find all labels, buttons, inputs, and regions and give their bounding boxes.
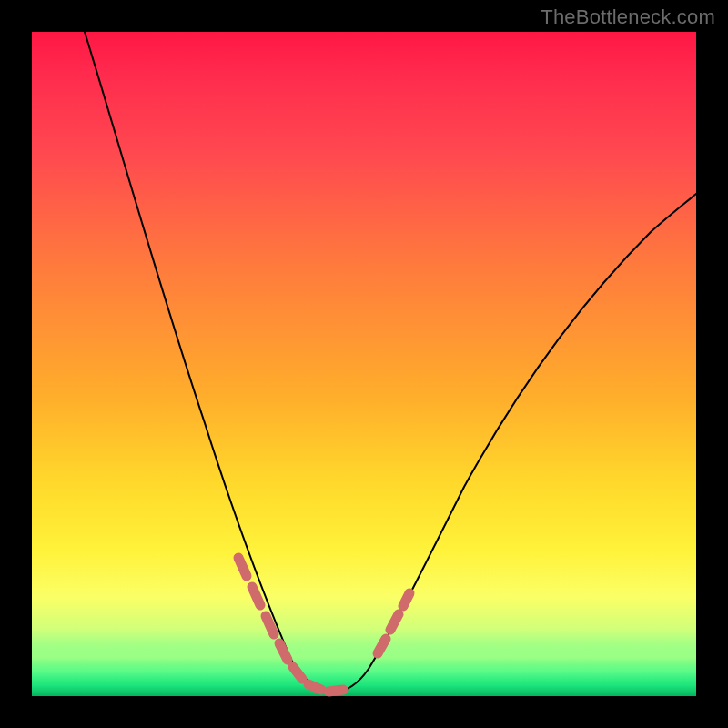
svg-line-7 [378, 639, 386, 653]
plot-area [32, 32, 696, 696]
svg-line-6 [329, 690, 343, 692]
chart-frame: TheBottleneck.com [0, 0, 728, 728]
curve-layer [32, 32, 696, 696]
svg-line-9 [403, 593, 410, 606]
svg-line-2 [266, 616, 274, 634]
svg-line-5 [308, 684, 321, 690]
bottleneck-curve-path [85, 32, 696, 692]
marker-segment-left [238, 558, 343, 692]
svg-line-8 [390, 614, 399, 630]
svg-line-1 [252, 587, 260, 605]
svg-line-0 [238, 558, 247, 576]
marker-segment-right [378, 593, 410, 653]
svg-line-3 [279, 643, 288, 660]
svg-line-4 [293, 667, 302, 679]
watermark-text: TheBottleneck.com [541, 5, 715, 29]
